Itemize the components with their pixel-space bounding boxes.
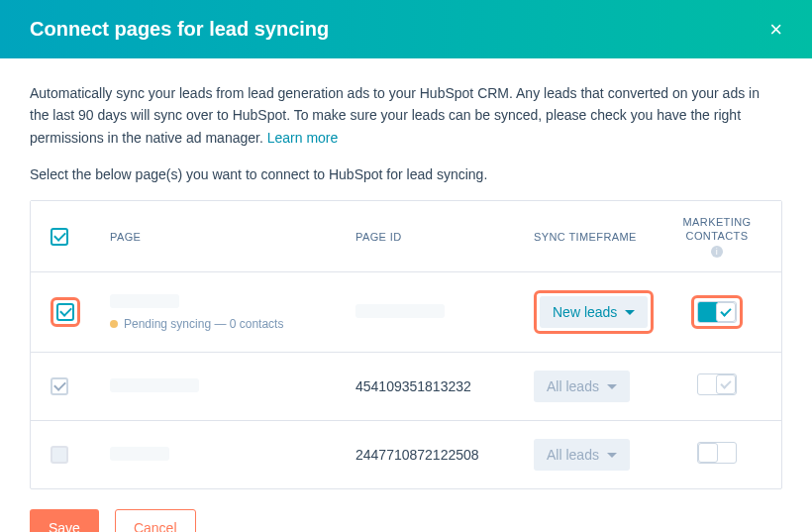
description-text: Automatically sync your leads from lead … [30, 82, 782, 149]
modal-header: Connect pages for lead syncing × [0, 0, 812, 58]
highlight-dropdown: New leads [534, 290, 654, 334]
pages-table: PAGE PAGE ID SYNC TIMEFRAME MARKETING CO… [30, 200, 782, 489]
table-header: PAGE PAGE ID SYNC TIMEFRAME MARKETING CO… [31, 201, 781, 272]
marketing-contacts-toggle[interactable] [697, 301, 737, 323]
table-row: Pending syncing — 0 contacts New leads [31, 272, 781, 353]
cancel-button[interactable]: Cancel [115, 509, 196, 532]
table-row: 2447710872122508 All leads [31, 421, 781, 488]
column-page: PAGE [110, 231, 355, 243]
page-name-redacted [110, 378, 199, 392]
column-page-id: PAGE ID [355, 231, 534, 243]
sync-timeframe-dropdown[interactable]: All leads [534, 439, 630, 471]
row-checkbox[interactable] [51, 377, 68, 395]
info-icon[interactable]: i [711, 246, 723, 258]
dropdown-label: All leads [547, 378, 599, 394]
page-id-cell: 454109351813232 [355, 378, 534, 394]
pending-text: Pending syncing — 0 contacts [124, 317, 283, 331]
modal-title: Connect pages for lead syncing [30, 18, 329, 41]
page-id-cell: 2447710872122508 [355, 447, 534, 463]
column-marketing-contacts-label: MARKETING CONTACTS [672, 215, 761, 244]
page-name-redacted [110, 447, 169, 461]
sync-timeframe-dropdown[interactable]: New leads [540, 296, 648, 328]
page-id-cell [355, 304, 534, 321]
column-marketing-contacts: MARKETING CONTACTS i [672, 215, 761, 258]
chevron-down-icon [607, 384, 617, 389]
chevron-down-icon [607, 453, 617, 458]
marketing-contacts-toggle[interactable] [697, 442, 737, 464]
chevron-down-icon [625, 310, 635, 315]
header-checkbox-cell [51, 228, 110, 246]
column-sync-timeframe: SYNC TIMEFRAME [534, 231, 672, 243]
learn-more-link[interactable]: Learn more [267, 130, 339, 146]
dropdown-label: New leads [553, 304, 617, 320]
subheading: Select the below page(s) you want to con… [30, 166, 782, 182]
sync-timeframe-dropdown[interactable]: All leads [534, 371, 630, 402]
marketing-contacts-toggle[interactable] [697, 373, 737, 395]
row-checkbox[interactable] [56, 303, 74, 321]
modal-body: Automatically sync your leads from lead … [0, 58, 812, 489]
description-main: Automatically sync your leads from lead … [30, 85, 760, 146]
save-button[interactable]: Save [30, 509, 99, 532]
modal-footer: Save Cancel [0, 489, 812, 532]
dropdown-label: All leads [547, 447, 599, 463]
row-checkbox[interactable] [51, 446, 68, 464]
table-row: 454109351813232 All leads [31, 353, 781, 421]
close-icon[interactable]: × [769, 19, 782, 41]
page-name-redacted [110, 294, 179, 308]
select-all-checkbox[interactable] [51, 228, 68, 246]
page-id-redacted [355, 304, 445, 318]
highlight-toggle [691, 295, 743, 329]
highlight-checkbox [51, 297, 80, 327]
status-dot-icon [110, 320, 118, 328]
pending-status: Pending syncing — 0 contacts [110, 317, 355, 331]
